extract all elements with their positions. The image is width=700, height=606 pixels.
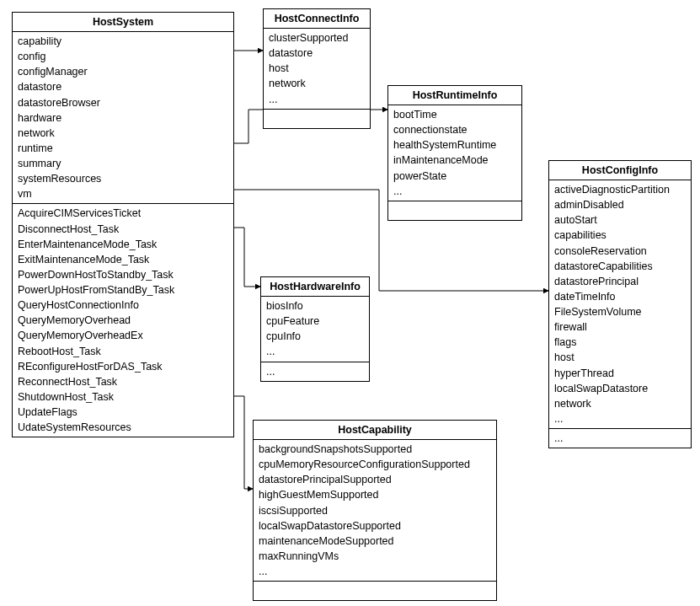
class-member: ... [393,184,516,199]
class-member: iscsiSupported [259,503,491,518]
class-member: host [554,350,686,365]
class-hostsystem: HostSystem capabilityconfigconfigManager… [12,12,234,437]
class-member: adminDisabled [554,197,686,212]
class-member: hyperThread [554,366,686,381]
class-member: ReconnectHost_Task [18,374,228,389]
class-ops-section [254,582,496,600]
class-member: configManager [18,64,228,79]
class-member: config [18,49,228,64]
class-member: datastore [269,46,365,61]
class-member: PowerUpHostFromStandBy_Task [18,282,228,298]
class-member: capability [18,34,228,49]
class-member: vm [18,186,228,201]
class-title: HostSystem [13,13,233,32]
class-member: summary [18,156,228,171]
class-ops-section [264,110,370,128]
class-member: dateTimeInfo [554,289,686,304]
class-member: bootTime [393,107,516,122]
class-member: autoStart [554,212,686,228]
class-member: UpdateFlags [18,405,228,420]
class-title: HostHardwareInfo [261,277,369,297]
class-attrs-section: activeDiagnosticPartitionadminDisabledau… [549,180,691,429]
class-member: host [269,61,365,76]
class-ops-section: ... [549,429,691,448]
class-title: HostRuntimeInfo [388,86,521,105]
class-member: cpuMemoryResourceConfigurationSupported [259,457,491,472]
class-ops-section [388,201,521,220]
class-member: AcquireCIMServicesTicket [18,206,228,221]
class-member: QueryMemoryOverhead [18,313,228,328]
class-member: ... [259,564,491,579]
class-member: flags [554,335,686,350]
class-member: QueryMemoryOverheadEx [18,328,228,343]
class-member: DisconnectHost_Task [18,222,228,237]
class-title: HostConfigInfo [549,161,691,180]
class-member [259,583,491,598]
class-attrs-section: bootTimeconnectionstatehealthSystemRunti… [388,105,521,201]
class-member: network [18,126,228,141]
class-member: ExitMaintenanceMode_Task [18,252,228,267]
class-member: capabilities [554,228,686,243]
class-member: localSwapDatastoreSupported [259,518,491,534]
class-member: datastoreBrowser [18,95,228,110]
class-attrs-section: capabilityconfigconfigManagerdatastoreda… [13,32,233,204]
class-member: network [269,76,365,91]
class-member: highGuestMemSupported [259,487,491,502]
class-attrs-section: biosInfocpuFeaturecpuInfo... [261,297,369,362]
class-member: datastore [18,79,228,94]
class-member: inMaintenanceMode [393,153,516,168]
class-member: healthSystemRuntime [393,137,516,153]
class-title: HostConnectInfo [264,9,370,29]
class-hostcapability: HostCapability backgroundSnapshotsSuppor… [253,420,497,601]
class-member: biosInfo [266,298,364,314]
class-member: PowerDownHostToStandby_Task [18,267,228,282]
class-member: EnterMaintenanceMode_Task [18,237,228,252]
class-member: ... [269,92,365,107]
class-member [269,111,365,126]
class-member: backgroundSnapshotsSupported [259,442,491,457]
class-member: maxRunningVMs [259,549,491,564]
class-member: ... [266,364,364,379]
class-member: hardware [18,110,228,126]
class-hostconnectinfo: HostConnectInfo clusterSupporteddatastor… [263,8,371,129]
class-member: maintenanceModeSupported [259,534,491,549]
class-member: datastoreCapabilities [554,259,686,274]
class-ops-section: AcquireCIMServicesTicketDisconnectHost_T… [13,204,233,437]
class-member: runtime [18,141,228,156]
class-member: localSwapDatastore [554,381,686,396]
class-member: activeDiagnosticPartition [554,182,686,197]
class-member: clusterSupported [269,30,365,46]
class-member: powerState [393,169,516,184]
class-member: ... [554,431,686,446]
class-member: connectionstate [393,122,516,137]
class-member [393,203,516,218]
class-member: systemResources [18,171,228,186]
class-title: HostCapability [254,421,496,440]
class-member: REconfigureHostForDAS_Task [18,359,228,374]
class-member: network [554,396,686,411]
class-hostruntimeinfo: HostRuntimeInfo bootTimeconnectionstateh… [387,85,522,221]
class-member: datastorePrincipal [554,274,686,289]
class-member: UdateSystemResources [18,420,228,435]
class-member: ... [266,344,364,359]
class-member: FileSystemVolume [554,304,686,319]
class-member: firewall [554,319,686,335]
class-hostconfiginfo: HostConfigInfo activeDiagnosticPartition… [548,160,692,448]
class-member: ... [554,411,686,426]
class-member: consoleReservation [554,244,686,259]
class-member: datastorePrincipalSupported [259,472,491,487]
class-member: ShutdownHost_Task [18,389,228,405]
class-member: QueryHostConnectionInfo [18,298,228,313]
class-member: cpuInfo [266,329,364,344]
class-hosthardwareinfo: HostHardwareInfo biosInfocpuFeaturecpuIn… [260,276,370,382]
class-attrs-section: clusterSupporteddatastorehostnetwork... [264,29,370,110]
class-attrs-section: backgroundSnapshotsSupportedcpuMemoryRes… [254,440,496,582]
class-member: cpuFeature [266,314,364,329]
class-member: RebootHost_Task [18,344,228,359]
class-ops-section: ... [261,362,369,381]
